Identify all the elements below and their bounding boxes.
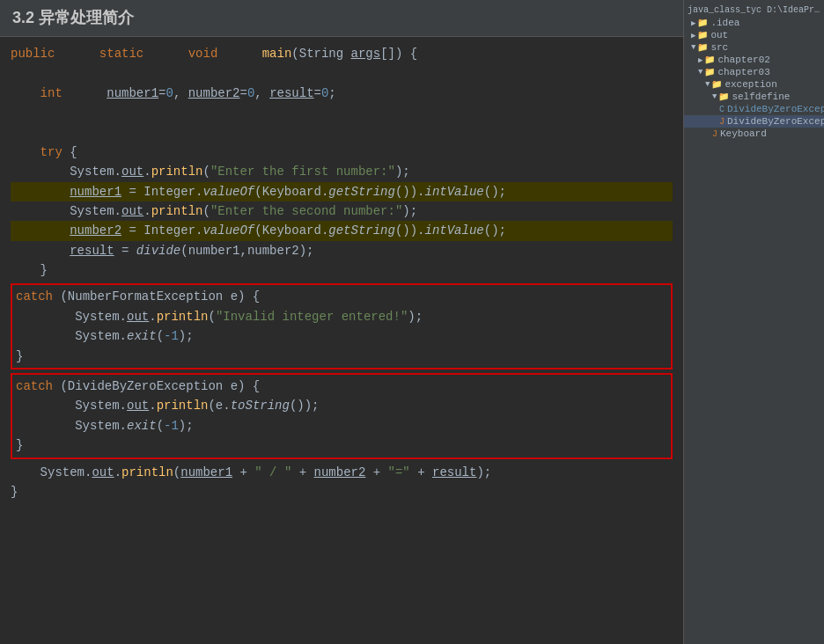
tree-item-label: src — [710, 42, 728, 53]
code-line — [11, 122, 673, 142]
tree-item-idea[interactable]: ▶ 📁 .idea — [684, 17, 824, 29]
expand-arrow-icon: ▼ — [705, 80, 710, 89]
code-line: catch (NumberFormatException e) { — [16, 287, 667, 306]
file-tree-panel: java_class_tyc D:\IdeaProjects\java_ ▶ 📁… — [683, 0, 824, 644]
code-line: System.out.println(e.toString()); — [16, 396, 667, 415]
folder-icon: 📁 — [718, 91, 729, 102]
tree-item-label: DivideByZeroExcepti — [727, 116, 824, 127]
collapse-arrow-icon: ▶ — [691, 31, 695, 40]
code-line: } — [16, 435, 667, 455]
java-file-icon: J — [712, 129, 717, 139]
tree-item-label: exception — [725, 79, 776, 90]
catch-block-2: catch (DivideByZeroException e) { System… — [11, 373, 673, 459]
code-content: public static void main(String args[]) {… — [0, 37, 683, 509]
tree-item-out[interactable]: ▶ 📁 out — [684, 29, 824, 41]
tree-item-src[interactable]: ▼ 📁 src — [684, 41, 824, 54]
tree-item-DivideByZeroExcepti-java[interactable]: J DivideByZeroExcepti — [684, 115, 824, 128]
code-line: try { — [11, 143, 673, 162]
tree-item-label: DivideByZeroExcepti — [727, 104, 824, 114]
folder-icon: 📁 — [697, 30, 708, 40]
tree-item-label: chapter02 — [717, 55, 769, 65]
code-line: } — [16, 347, 667, 366]
java-file-icon: J — [719, 117, 725, 127]
tree-item-chapter02[interactable]: ▶ 📁 chapter02 — [684, 54, 824, 66]
tree-item-label: chapter03 — [717, 67, 769, 77]
tree-item-label: selfdefine — [732, 91, 790, 102]
class-file-icon: C — [719, 105, 725, 114]
expand-arrow-icon: ▼ — [712, 92, 717, 101]
tree-item-selfdefine[interactable]: ▼ 📁 selfdefine — [684, 91, 824, 103]
folder-icon: 📁 — [697, 42, 708, 53]
code-line: } — [11, 260, 673, 280]
catch-block-1: catch (NumberFormatException e) { System… — [11, 283, 673, 370]
code-panel: 3.2 异常处理简介 public static void main(Strin… — [0, 0, 683, 644]
code-line: int number1=0, number2=0, result=0; — [11, 84, 673, 123]
code-line: System.out.println("Enter the second num… — [11, 201, 673, 221]
code-line: System.exit(-1); — [16, 326, 667, 346]
section-title: 3.2 异常处理简介 — [0, 0, 683, 37]
code-line: System.out.println(number1 + " / " + num… — [11, 463, 673, 482]
code-line: public static void main(String args[]) { — [11, 44, 673, 84]
collapse-arrow-icon: ▶ — [691, 18, 695, 28]
code-line: System.out.println("Invalid integer ente… — [16, 307, 667, 326]
tree-item-label: out — [710, 30, 728, 40]
folder-icon: 📁 — [711, 79, 722, 90]
code-line: number2 = Integer.valueOf(Keyboard.getSt… — [11, 221, 673, 240]
project-header: java_class_tyc D:\IdeaProjects\java_ — [684, 4, 824, 17]
folder-icon: 📁 — [704, 67, 715, 77]
collapse-arrow-icon: ▶ — [698, 55, 703, 65]
folder-icon: 📁 — [704, 55, 715, 65]
code-line: System.exit(-1); — [16, 416, 667, 435]
tree-item-chapter03[interactable]: ▼ 📁 chapter03 — [684, 66, 824, 78]
expand-arrow-icon: ▼ — [691, 43, 695, 52]
code-line: result = divide(number1,number2); — [11, 241, 673, 260]
code-line: System.out.println("Enter the first numb… — [11, 162, 673, 181]
tree-item-exception[interactable]: ▼ 📁 exception — [684, 78, 824, 91]
code-line: catch (DivideByZeroException e) { — [16, 377, 667, 396]
expand-arrow-icon: ▼ — [698, 68, 703, 77]
folder-icon: 📁 — [697, 18, 708, 28]
code-line: number1 = Integer.valueOf(Keyboard.getSt… — [11, 182, 673, 201]
tree-item-DivideByZeroExcepti-class[interactable]: C DivideByZeroExcepti — [684, 103, 824, 115]
tree-item-label: Keyboard — [720, 128, 767, 139]
tree-item-label: .idea — [710, 18, 739, 28]
tree-item-Keyboard[interactable]: J Keyboard — [684, 128, 824, 140]
code-line: } — [11, 482, 673, 501]
